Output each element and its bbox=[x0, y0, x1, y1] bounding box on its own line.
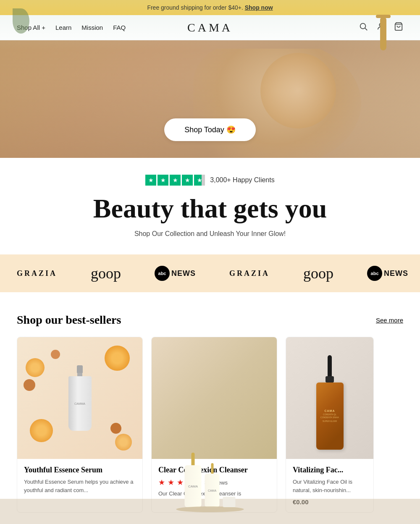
product-card-serum[interactable]: CAMMA Youthful Essence Serum Youthful Es… bbox=[17, 337, 143, 513]
product-info-serum: Youthful Essence Serum Youthful Essence … bbox=[17, 459, 142, 505]
press-strip: GRAZIA goop abc NEWS GRAZIA goop abc NEW… bbox=[0, 254, 420, 292]
star-1: ★ bbox=[145, 175, 156, 186]
product-desc-oil: Our Vitalizing Face Oil is natural, skin… bbox=[293, 478, 367, 494]
happy-clients-count: 3,000+ Happy Clients bbox=[210, 176, 274, 184]
trustpilot-row: ★ ★ ★ ★ ★ 3,000+ Happy Clients bbox=[8, 175, 412, 186]
product-name-serum: Youthful Essence Serum bbox=[24, 466, 136, 474]
product-image-serum: CAMMA bbox=[17, 337, 142, 459]
best-sellers-title: Shop our best-sellers bbox=[17, 313, 121, 327]
cleanser-star-3: ★ bbox=[177, 478, 184, 487]
product-card-cleanser[interactable]: CAMA CAMA Clear Com bbox=[151, 337, 277, 513]
trustpilot-stars: ★ ★ ★ ★ ★ bbox=[145, 175, 205, 186]
see-more-link[interactable]: See more bbox=[376, 317, 403, 324]
press-logo-grazia-1: GRAZIA bbox=[0, 269, 74, 278]
beauty-subtext: Shop Our Collection and Unleash Your Inn… bbox=[8, 230, 412, 238]
trustpilot-section: ★ ★ ★ ★ ★ 3,000+ Happy Clients Beauty th… bbox=[0, 158, 420, 254]
abc-circle-icon-2: abc bbox=[367, 266, 382, 281]
cleanser-star-1: ★ bbox=[158, 478, 165, 487]
product-card-oil[interactable]: CAMA CORENTA QLCONDENTA SINAA SUPER ELIX… bbox=[286, 337, 374, 513]
press-logo-goop-1: goop bbox=[74, 265, 138, 282]
product-name-oil: Vitalizing Fac... bbox=[293, 466, 367, 474]
hero-section: Shop Today 😍 bbox=[0, 40, 420, 158]
products-grid: CAMMA Youthful Essence Serum Youthful Es… bbox=[17, 337, 403, 513]
hero-decoration bbox=[0, 49, 420, 158]
star-2: ★ bbox=[158, 175, 168, 186]
product-desc-serum: Youthful Essence Serum helps you achieve… bbox=[24, 478, 136, 494]
product-image-cleanser: CAMA CAMA bbox=[152, 337, 277, 459]
star-5-half: ★ bbox=[194, 175, 205, 186]
beauty-headline: Beauty that gets you bbox=[8, 194, 412, 223]
shop-today-button[interactable]: Shop Today 😍 bbox=[164, 118, 256, 141]
product-image-oil: CAMA CORENTA QLCONDENTA SINAA SUPER ELIX… bbox=[286, 337, 373, 459]
press-logo-abcnews-2: abc NEWS bbox=[350, 266, 420, 281]
best-sellers-header: Shop our best-sellers See more bbox=[17, 313, 403, 327]
abc-circle-icon: abc bbox=[155, 266, 170, 281]
shop-today-label: Shop Today 😍 bbox=[184, 125, 236, 134]
best-sellers-section: Shop our best-sellers See more bbox=[0, 313, 420, 513]
press-logo-abcnews-1: abc NEWS bbox=[138, 266, 213, 281]
abc-news-text-2: NEWS bbox=[384, 269, 408, 278]
abc-news-text: NEWS bbox=[171, 269, 196, 278]
star-4: ★ bbox=[182, 175, 193, 186]
star-3: ★ bbox=[170, 175, 181, 186]
press-logo-goop-2: goop bbox=[286, 265, 350, 282]
cleanser-star-2: ★ bbox=[168, 478, 174, 487]
press-logo-grazia-2: GRAZIA bbox=[213, 269, 286, 278]
